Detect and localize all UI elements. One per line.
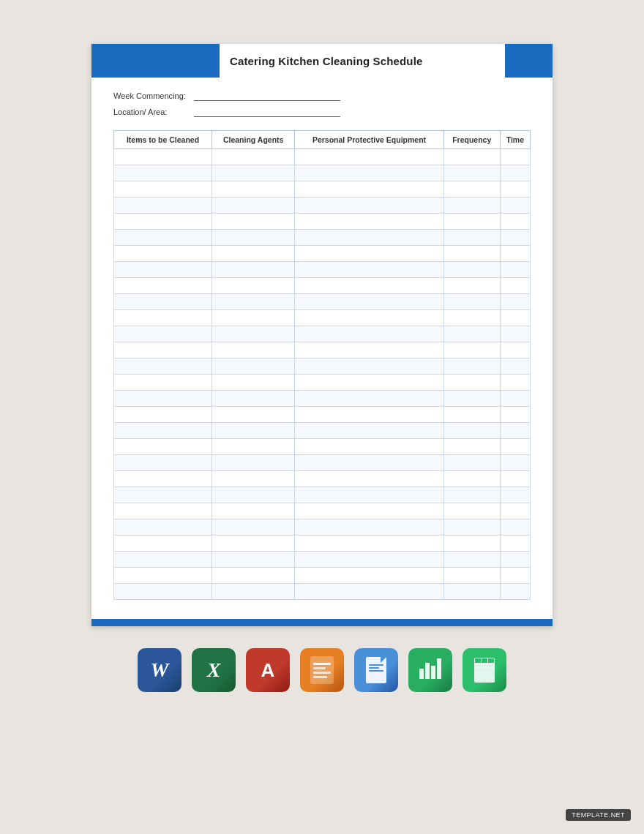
table-cell[interactable] bbox=[443, 165, 500, 181]
table-cell[interactable] bbox=[114, 407, 212, 423]
table-row[interactable] bbox=[114, 278, 531, 294]
table-cell[interactable] bbox=[295, 407, 443, 423]
table-cell[interactable] bbox=[212, 198, 295, 214]
table-cell[interactable] bbox=[295, 487, 443, 503]
acrobat-icon[interactable]: A bbox=[246, 648, 290, 692]
table-cell[interactable] bbox=[114, 326, 212, 342]
week-underline[interactable] bbox=[194, 91, 340, 101]
table-cell[interactable] bbox=[295, 471, 443, 487]
table-row[interactable] bbox=[114, 181, 531, 198]
table-row[interactable] bbox=[114, 471, 531, 487]
table-cell[interactable] bbox=[443, 278, 500, 294]
table-cell[interactable] bbox=[114, 342, 212, 358]
table-cell[interactable] bbox=[114, 536, 212, 552]
table-cell[interactable] bbox=[114, 358, 212, 375]
table-cell[interactable] bbox=[295, 391, 443, 407]
table-cell[interactable] bbox=[500, 519, 530, 536]
table-cell[interactable] bbox=[114, 294, 212, 310]
table-row[interactable] bbox=[114, 519, 531, 536]
table-cell[interactable] bbox=[443, 214, 500, 230]
table-row[interactable] bbox=[114, 262, 531, 278]
table-cell[interactable] bbox=[295, 294, 443, 310]
table-cell[interactable] bbox=[443, 262, 500, 278]
table-cell[interactable] bbox=[212, 471, 295, 487]
location-underline[interactable] bbox=[194, 107, 340, 117]
table-row[interactable] bbox=[114, 391, 531, 407]
table-cell[interactable] bbox=[114, 198, 212, 214]
table-cell[interactable] bbox=[212, 487, 295, 503]
table-cell[interactable] bbox=[500, 552, 530, 568]
table-cell[interactable] bbox=[295, 519, 443, 536]
table-cell[interactable] bbox=[212, 165, 295, 181]
table-row[interactable] bbox=[114, 439, 531, 455]
table-cell[interactable] bbox=[443, 471, 500, 487]
table-cell[interactable] bbox=[500, 149, 530, 165]
table-cell[interactable] bbox=[500, 278, 530, 294]
table-cell[interactable] bbox=[212, 230, 295, 246]
table-row[interactable] bbox=[114, 310, 531, 326]
table-cell[interactable] bbox=[443, 519, 500, 536]
table-cell[interactable] bbox=[443, 584, 500, 600]
table-cell[interactable] bbox=[500, 326, 530, 342]
table-row[interactable] bbox=[114, 423, 531, 439]
table-cell[interactable] bbox=[443, 503, 500, 519]
table-cell[interactable] bbox=[500, 455, 530, 471]
table-cell[interactable] bbox=[212, 536, 295, 552]
table-cell[interactable] bbox=[114, 262, 212, 278]
table-cell[interactable] bbox=[500, 568, 530, 584]
table-cell[interactable] bbox=[212, 358, 295, 375]
table-cell[interactable] bbox=[114, 503, 212, 519]
table-cell[interactable] bbox=[114, 375, 212, 391]
table-cell[interactable] bbox=[114, 568, 212, 584]
table-row[interactable] bbox=[114, 342, 531, 358]
table-cell[interactable] bbox=[212, 149, 295, 165]
table-cell[interactable] bbox=[443, 326, 500, 342]
table-cell[interactable] bbox=[114, 423, 212, 439]
table-cell[interactable] bbox=[295, 536, 443, 552]
table-row[interactable] bbox=[114, 246, 531, 262]
gdocs-icon[interactable] bbox=[354, 648, 398, 692]
table-cell[interactable] bbox=[500, 423, 530, 439]
table-cell[interactable] bbox=[295, 439, 443, 455]
table-cell[interactable] bbox=[114, 214, 212, 230]
table-cell[interactable] bbox=[500, 294, 530, 310]
table-cell[interactable] bbox=[114, 391, 212, 407]
table-cell[interactable] bbox=[114, 519, 212, 536]
pages-icon[interactable] bbox=[300, 648, 344, 692]
table-cell[interactable] bbox=[295, 310, 443, 326]
table-row[interactable] bbox=[114, 294, 531, 310]
table-cell[interactable] bbox=[212, 568, 295, 584]
table-cell[interactable] bbox=[500, 310, 530, 326]
table-cell[interactable] bbox=[212, 326, 295, 342]
table-cell[interactable] bbox=[212, 407, 295, 423]
table-cell[interactable] bbox=[500, 584, 530, 600]
table-row[interactable] bbox=[114, 487, 531, 503]
table-cell[interactable] bbox=[212, 310, 295, 326]
table-cell[interactable] bbox=[295, 149, 443, 165]
table-cell[interactable] bbox=[212, 584, 295, 600]
table-cell[interactable] bbox=[443, 181, 500, 198]
table-cell[interactable] bbox=[295, 584, 443, 600]
table-cell[interactable] bbox=[114, 278, 212, 294]
table-cell[interactable] bbox=[443, 198, 500, 214]
table-cell[interactable] bbox=[114, 181, 212, 198]
table-cell[interactable] bbox=[443, 375, 500, 391]
table-cell[interactable] bbox=[212, 246, 295, 262]
table-cell[interactable] bbox=[443, 310, 500, 326]
table-cell[interactable] bbox=[114, 230, 212, 246]
table-row[interactable] bbox=[114, 375, 531, 391]
table-row[interactable] bbox=[114, 165, 531, 181]
table-cell[interactable] bbox=[212, 294, 295, 310]
table-cell[interactable] bbox=[114, 310, 212, 326]
word-icon[interactable]: W bbox=[138, 648, 181, 692]
table-cell[interactable] bbox=[500, 439, 530, 455]
table-cell[interactable] bbox=[443, 455, 500, 471]
table-cell[interactable] bbox=[443, 149, 500, 165]
table-cell[interactable] bbox=[500, 214, 530, 230]
table-cell[interactable] bbox=[500, 262, 530, 278]
table-cell[interactable] bbox=[212, 262, 295, 278]
table-row[interactable] bbox=[114, 568, 531, 584]
table-cell[interactable] bbox=[295, 278, 443, 294]
table-cell[interactable] bbox=[295, 262, 443, 278]
table-cell[interactable] bbox=[443, 342, 500, 358]
